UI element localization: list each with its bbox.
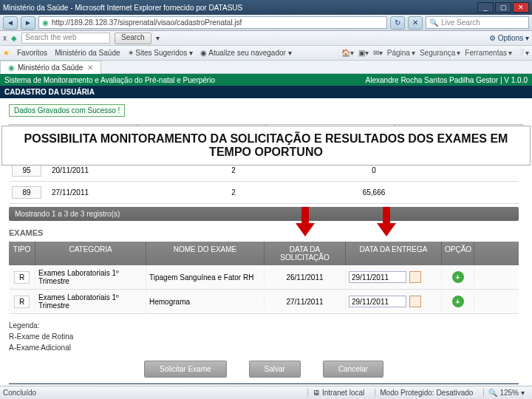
- home-icon[interactable]: 🏠▾: [341, 49, 354, 57]
- categoria-value: Exames Laboratoriais 1º Trimestre: [35, 265, 146, 289]
- feed-icon[interactable]: ▣▾: [358, 49, 369, 57]
- search-icon: 🔍: [429, 18, 438, 27]
- form-body: 95 20/11/2011 2 0 89 27/11/2011 2 65,666…: [9, 160, 519, 384]
- solicitacao-value: 27/11/2011: [265, 294, 346, 310]
- browser-tabstrip: ◉ Ministério da Saúde ✕: [0, 61, 532, 74]
- star-icon[interactable]: ★: [3, 49, 10, 57]
- addon-search-input[interactable]: Search the web: [21, 33, 110, 44]
- solicitacao-value: 26/11/2011: [265, 270, 346, 285]
- col-opcao: OPÇÃO: [442, 242, 474, 265]
- categoria-value: Exames Laboratoriais 1º Trimestre: [35, 290, 146, 313]
- action-buttons: Solicitar Exame Salvar Cancelar: [9, 361, 519, 378]
- back-button[interactable]: ◄: [3, 16, 18, 30]
- success-message: Dados Gravados com Sucesso !: [9, 104, 125, 117]
- pager-text: Mostrando 1 a 3 de 3 registro(s): [9, 207, 519, 221]
- date-cell: 20/11/2011: [41, 166, 137, 174]
- close-addon-icon[interactable]: x: [3, 34, 7, 42]
- globe-icon: ◉: [42, 18, 49, 27]
- browser-search-input[interactable]: 🔍 Live Search: [426, 16, 529, 29]
- addon-logo-icon: ◆: [11, 34, 17, 42]
- section-title-bar: CADASTRO DA USUÁRIA: [0, 86, 532, 98]
- dropdown-icon[interactable]: ▾: [156, 34, 160, 42]
- window-title: Ministério da Saúde - Microsoft Internet…: [3, 4, 242, 12]
- forward-button[interactable]: ►: [21, 16, 35, 30]
- ig-cell: 89: [12, 186, 41, 199]
- salvar-button[interactable]: Salvar: [249, 361, 301, 378]
- solicitar-exame-button[interactable]: Solicitar Exame: [144, 361, 226, 378]
- status-done: Concluído: [3, 389, 36, 397]
- page-menu[interactable]: Página▾: [387, 49, 415, 57]
- annotation-arrow-icon: [375, 207, 398, 236]
- tab-title: Ministério da Saúde: [18, 64, 83, 72]
- cancelar-button[interactable]: Cancelar: [323, 361, 383, 378]
- status-protected-mode: Modo Protegido: Desativado: [375, 389, 477, 397]
- entrega-input[interactable]: [349, 296, 406, 307]
- col-tipo: TIPO: [9, 242, 35, 265]
- browser-tab[interactable]: ◉ Ministério da Saúde ✕: [0, 61, 101, 74]
- system-title: Sistema de Monitoramento e Avaliação do …: [4, 76, 215, 84]
- exames-heading: EXAMES: [9, 228, 519, 237]
- page-footer: Secretaria de Atenção à Saúde - SAS: [9, 383, 519, 384]
- nome-value: Hemograma: [146, 294, 265, 310]
- fav-link-ministerio[interactable]: Ministério da Saúde: [55, 49, 120, 57]
- add-exam-button[interactable]: +: [452, 296, 464, 307]
- col4-cell: 65,666: [330, 188, 418, 197]
- addon-toolbar: x ◆ Search the web Search ▾ ⚙ Options ▾: [0, 31, 532, 46]
- exam-row: R Exames Laboratoriais 1º Trimestre Hemo…: [9, 290, 519, 314]
- legend-r: R-Exame de Rotina: [9, 331, 519, 342]
- status-zone: 🖥Intranet local: [307, 389, 369, 397]
- calendar-icon[interactable]: [409, 296, 421, 307]
- add-exam-button[interactable]: +: [452, 271, 464, 283]
- tab-favicon-icon: ◉: [8, 64, 15, 72]
- tipo-value: R: [14, 296, 30, 308]
- annotation-arrow-icon: [294, 207, 316, 236]
- col-categoria: CATEGORIA: [35, 242, 146, 265]
- col4-cell: 0: [330, 166, 418, 174]
- addon-options-link[interactable]: ⚙ Options ▾: [489, 34, 529, 42]
- col3-cell: 2: [137, 166, 330, 174]
- fav-link-atualize[interactable]: ◉ Atualize seu navegador ▾: [200, 49, 292, 57]
- search-placeholder: Live Search: [441, 18, 480, 27]
- address-bar: ◄ ► ◉ http://189.28.128.37/sisprenatal/v…: [0, 15, 532, 31]
- url-input[interactable]: ◉ http://189.28.128.37/sisprenatal/visao…: [38, 16, 387, 29]
- refresh-button[interactable]: ↻: [390, 16, 405, 30]
- minimize-button[interactable]: _: [477, 2, 494, 13]
- entrega-input[interactable]: [349, 271, 406, 283]
- favorites-label[interactable]: Favoritos: [17, 49, 47, 57]
- col3-cell: 2: [137, 188, 330, 197]
- nome-value: Tipagem Sanguínea e Fator RH: [146, 270, 265, 285]
- col-solicitacao: DATA DA SOLICITAÇÃO: [265, 242, 346, 265]
- mail-icon[interactable]: ✉▾: [373, 49, 383, 57]
- calendar-icon[interactable]: [409, 271, 421, 283]
- options-label: Options: [498, 34, 523, 42]
- stop-button[interactable]: ✕: [408, 16, 423, 30]
- tools-menu[interactable]: Ferramentas▾: [465, 49, 512, 57]
- user-info: Alexandre Rocha Santos Padilha Gestor | …: [366, 76, 528, 84]
- tipo-value: R: [14, 271, 30, 284]
- gear-icon: ⚙: [489, 34, 496, 42]
- consulta-row: 89 27/11/2011 2 65,666: [9, 182, 519, 204]
- system-title-bar: Sistema de Monitoramento e Avaliação do …: [0, 74, 532, 86]
- addon-search-button[interactable]: Search: [115, 33, 151, 44]
- col-nome: NOME DO EXAME: [146, 242, 265, 265]
- svg-marker-1: [377, 207, 396, 236]
- fav-link-sugeridos[interactable]: ✶ Sites Sugeridos ▾: [128, 49, 194, 57]
- maximize-button[interactable]: ▢: [495, 2, 511, 13]
- date-cell: 27/11/2011: [41, 188, 137, 197]
- status-zoom[interactable]: 🔍 125% ▾: [483, 389, 529, 397]
- close-button[interactable]: ✕: [513, 2, 529, 13]
- legend-block: Legenda: R-Exame de Rotina A-Exame Adici…: [9, 320, 519, 353]
- exam-table-header: TIPO CATEGORIA NOME DO EXAME DATA DA SOL…: [9, 242, 519, 265]
- tab-close-icon[interactable]: ✕: [87, 64, 93, 72]
- help-icon[interactable]: ❔▾: [516, 49, 529, 57]
- legend-title: Legenda:: [9, 320, 519, 331]
- svg-marker-0: [296, 207, 315, 236]
- globe-icon: 🖥: [313, 389, 320, 397]
- exam-row: R Exames Laboratoriais 1º Trimestre Tipa…: [9, 265, 519, 290]
- window-titlebar: Ministério da Saúde - Microsoft Internet…: [0, 0, 532, 15]
- col-entrega: DATA DA ENTREGA: [346, 242, 442, 265]
- security-menu[interactable]: Segurança▾: [420, 49, 460, 57]
- legend-a: A-Exame Adicional: [9, 342, 519, 353]
- url-text: http://189.28.128.37/sisprenatal/visao/c…: [52, 18, 242, 27]
- status-bar: Concluído 🖥Intranet local Modo Protegido…: [0, 386, 532, 399]
